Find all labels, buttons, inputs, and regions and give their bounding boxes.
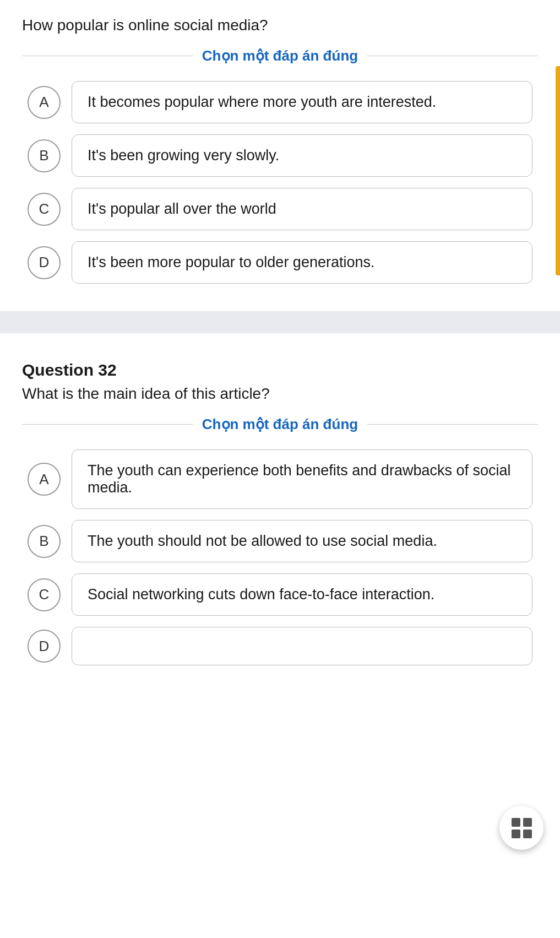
divider-label-31: Chọn một đáp án đúng [202,47,358,64]
option-text-32-d[interactable] [72,627,532,665]
question-31-text: How popular is online social media? [22,17,538,34]
question-31-divider: Chọn một đáp án đúng [22,47,538,64]
divider-line-right-32 [367,424,538,425]
option-text-32-c[interactable]: Social networking cuts down face-to-face… [72,573,532,616]
grid-cell-4 [523,829,532,838]
question-32-text: What is the main idea of this article? [22,385,538,403]
option-32-c[interactable]: C Social networking cuts down face-to-fa… [28,573,532,616]
grid-icon [512,818,532,838]
option-32-a[interactable]: A The youth can experience both benefits… [28,449,532,509]
question-31-options: A It becomes popular where more youth ar… [22,81,538,284]
option-circle-31-b: B [28,139,61,172]
divider-line-left-32 [22,424,193,425]
question-32-options: A The youth can experience both benefits… [22,449,538,665]
option-text-32-a[interactable]: The youth can experience both benefits a… [72,449,532,509]
option-text-31-a[interactable]: It becomes popular where more youth are … [72,81,532,123]
question-31-section: How popular is online social media? Chọn… [0,0,560,295]
option-circle-31-d: D [28,246,61,279]
option-circle-32-b: B [28,525,61,558]
fab-button[interactable] [499,806,543,850]
grid-cell-3 [512,829,520,838]
question-32-divider: Chọn một đáp án đúng [22,416,538,433]
question-31-content: How popular is online social media? Chọn… [0,0,560,295]
option-32-b[interactable]: B The youth should not be allowed to use… [28,520,532,562]
divider-line-right [367,56,538,56]
divider-label-32: Chọn một đáp án đúng [202,416,358,433]
option-31-a[interactable]: A It becomes popular where more youth ar… [28,81,532,123]
grid-cell-2 [523,818,532,827]
option-circle-32-c: C [28,578,61,611]
option-32-d[interactable]: D [28,627,532,665]
option-text-31-b[interactable]: It's been growing very slowly. [72,134,532,177]
option-31-c[interactable]: C It's popular all over the world [28,188,532,230]
divider-line-left [22,56,193,56]
option-31-b[interactable]: B It's been growing very slowly. [28,134,532,177]
right-accent-bar [556,66,560,275]
option-circle-31-c: C [28,193,61,226]
grid-cell-1 [512,818,520,827]
option-circle-32-d: D [28,630,61,663]
section-divider [0,311,560,333]
option-circle-32-a: A [28,463,61,496]
option-text-31-d[interactable]: It's been more popular to older generati… [72,241,532,284]
option-circle-31-a: A [28,86,61,119]
option-31-d[interactable]: D It's been more popular to older genera… [28,241,532,284]
question-32-section: Question 32 What is the main idea of thi… [0,333,560,676]
option-text-32-b[interactable]: The youth should not be allowed to use s… [72,520,532,562]
option-text-31-c[interactable]: It's popular all over the world [72,188,532,230]
question-32-label: Question 32 [22,361,538,379]
